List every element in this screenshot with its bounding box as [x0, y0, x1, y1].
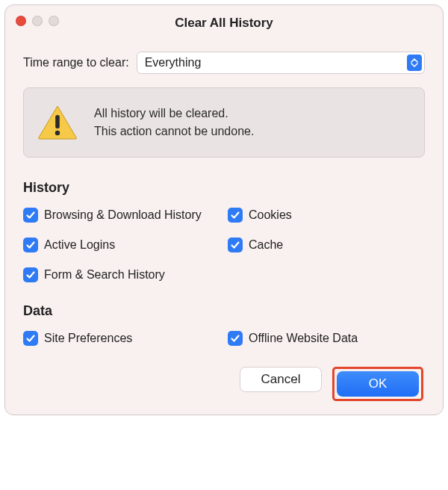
- checkbox-cookies[interactable]: Cookies: [228, 208, 425, 223]
- checkbox-active-logins[interactable]: Active Logins: [23, 238, 220, 252]
- button-row: Cancel OK: [23, 367, 425, 401]
- checkbox-cache[interactable]: Cache: [228, 238, 425, 252]
- close-window-button[interactable]: [16, 16, 26, 26]
- checkbox-label: Site Preferences: [44, 332, 132, 345]
- time-range-value: Everything: [145, 56, 202, 69]
- checkmark-icon: [23, 267, 38, 282]
- checkbox-browsing-history[interactable]: Browsing & Download History: [23, 208, 220, 223]
- svg-point-1: [55, 131, 60, 135]
- checkbox-offline-website-data[interactable]: Offline Website Data: [228, 331, 425, 346]
- checkbox-label: Form & Search History: [44, 268, 165, 282]
- checkmark-icon: [228, 238, 243, 252]
- warning-panel: All history will be cleared. This action…: [23, 87, 425, 158]
- data-section: Data Site Preferences Offline Website Da…: [23, 303, 425, 346]
- warning-line2: This action cannot be undone.: [94, 122, 254, 140]
- history-section-title: History: [23, 180, 425, 196]
- time-range-select[interactable]: Everything: [137, 52, 425, 74]
- warning-icon: [37, 105, 78, 140]
- checkbox-label: Browsing & Download History: [44, 208, 202, 222]
- time-range-label: Time range to clear:: [23, 56, 129, 69]
- checkmark-icon: [23, 331, 38, 346]
- ok-button-label: OK: [369, 376, 388, 391]
- checkmark-icon: [23, 238, 38, 252]
- titlebar: Clear All History: [5, 5, 443, 37]
- history-section: History Browsing & Download History Cook…: [23, 180, 425, 282]
- data-section-title: Data: [23, 303, 425, 319]
- time-range-row: Time range to clear: Everything: [23, 52, 425, 74]
- minimize-window-button[interactable]: [32, 16, 43, 26]
- warning-text: All history will be cleared. This action…: [94, 105, 254, 140]
- dialog-window: Clear All History Time range to clear: E…: [4, 4, 444, 415]
- cancel-button-label: Cancel: [261, 372, 301, 387]
- warning-line1: All history will be cleared.: [94, 105, 254, 122]
- window-title: Clear All History: [16, 16, 432, 31]
- dropdown-stepper-icon: [407, 55, 422, 71]
- checkmark-icon: [228, 331, 243, 346]
- checkbox-label: Cookies: [249, 208, 292, 222]
- zoom-window-button[interactable]: [49, 16, 59, 26]
- checkbox-label: Offline Website Data: [249, 332, 358, 345]
- checkmark-icon: [228, 208, 243, 223]
- checkmark-icon: [23, 208, 38, 223]
- cancel-button[interactable]: Cancel: [240, 367, 322, 392]
- ok-button[interactable]: OK: [337, 371, 419, 397]
- window-controls: [16, 16, 59, 26]
- dialog-content: Time range to clear: Everything All hist…: [5, 37, 443, 407]
- svg-rect-0: [55, 115, 60, 128]
- checkbox-label: Cache: [249, 238, 283, 252]
- checkbox-label: Active Logins: [44, 238, 115, 252]
- checkbox-site-preferences[interactable]: Site Preferences: [23, 331, 220, 346]
- checkbox-form-search-history[interactable]: Form & Search History: [23, 267, 220, 282]
- ok-button-highlight: OK: [332, 367, 423, 401]
